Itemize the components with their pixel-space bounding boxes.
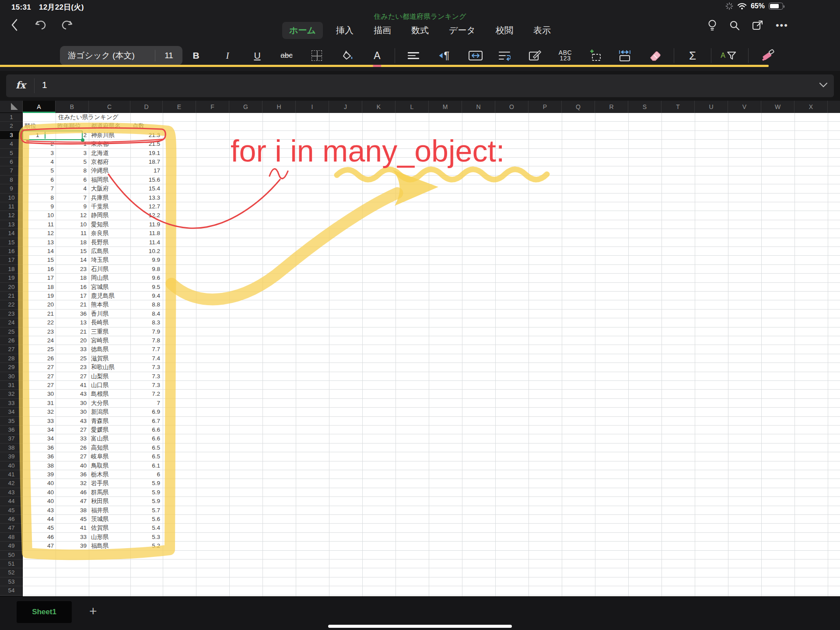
cell-score[interactable]: 6.6 [130,434,160,443]
cell-rank[interactable]: 26 [23,354,54,363]
cell-prev-rank[interactable]: 23 [56,363,87,372]
column-header-D[interactable]: D [130,101,163,113]
cell-prev-rank[interactable]: 5 [56,158,87,166]
cell-prev-rank[interactable]: 30 [56,399,87,408]
cell-rank[interactable]: 27 [23,363,54,372]
cell-score[interactable]: 8.8 [130,300,160,309]
cell-rank[interactable]: 13 [23,238,54,247]
cell-prefecture[interactable]: 東京都 [91,140,109,148]
cell-score[interactable]: 10.2 [130,247,160,256]
cell-header-1[interactable]: 昨年順位 [57,122,81,130]
eraser-button[interactable] [649,46,662,65]
cell-rank[interactable]: 3 [23,149,54,158]
cell-rank[interactable]: 44 [23,515,54,524]
cell-score[interactable]: 15.4 [130,184,160,193]
cell-prev-rank[interactable]: 30 [56,408,87,416]
column-header-Q[interactable]: Q [562,101,595,113]
row-header-13[interactable]: 13 [0,220,23,229]
cell-prev-rank[interactable]: 8 [56,166,87,175]
cell-prefecture[interactable]: 沖縄県 [91,166,109,175]
column-header-X[interactable]: X [794,101,828,113]
column-header-W[interactable]: W [761,101,794,113]
row-header-14[interactable]: 14 [0,229,23,238]
row-header-7[interactable]: 7 [0,166,23,175]
tab-0[interactable]: ホーム [282,22,323,39]
tab-2[interactable]: 描画 [367,22,398,39]
row-header-42[interactable]: 42 [0,479,23,488]
cell-score[interactable]: 6.9 [130,408,160,416]
cell-prev-rank[interactable]: 4 [56,184,87,193]
tab-3[interactable]: 数式 [404,22,436,39]
column-header-S[interactable]: S [628,101,662,113]
cell-prev-rank[interactable]: 40 [56,461,87,470]
cell-prev-rank[interactable]: 27 [56,426,87,434]
cell-rank[interactable]: 36 [23,443,54,452]
row-header-30[interactable]: 30 [0,372,23,381]
cell-rank[interactable]: 16 [23,265,54,274]
row-header-26[interactable]: 26 [0,336,23,345]
column-header-O[interactable]: O [495,101,528,113]
cell-prefecture[interactable]: 神奈川県 [91,131,115,140]
row-header-48[interactable]: 48 [0,533,23,542]
cell-score[interactable]: 15.6 [130,176,160,184]
cell-prefecture[interactable]: 佐賀県 [91,524,109,532]
row-header-1[interactable]: 1 [0,113,23,122]
cell-rank[interactable]: 34 [23,434,54,443]
cell-prev-rank[interactable]: 33 [56,434,87,443]
cell-prev-rank[interactable]: 43 [56,417,87,426]
row-header-35[interactable]: 35 [0,417,23,426]
column-header-V[interactable]: V [728,101,761,113]
cell-score[interactable]: 11.9 [130,220,160,229]
cell-prev-rank[interactable]: 18 [56,274,87,282]
cell-prefecture[interactable]: 広島県 [91,247,109,256]
search-icon[interactable] [729,20,740,31]
cell-prev-rank[interactable]: 21 [56,300,87,309]
row-header-9[interactable]: 9 [0,184,23,193]
row-header-25[interactable]: 25 [0,327,23,336]
cell-score[interactable]: 7 [130,399,160,408]
cell-rank[interactable]: 23 [23,327,54,336]
cell-score[interactable]: 9.5 [130,283,160,292]
cell-prev-rank[interactable]: 6 [56,176,87,184]
cell-prev-rank[interactable]: 12 [56,211,87,220]
cell-score[interactable]: 9.9 [130,256,160,264]
cell-rank[interactable]: 15 [23,256,54,264]
cell-prefecture[interactable]: 愛媛県 [91,426,109,434]
cell-rank[interactable]: 21 [23,310,54,318]
cell-prefecture[interactable]: 山口県 [91,381,109,390]
row-header-10[interactable]: 10 [0,194,23,202]
row-header-45[interactable]: 45 [0,506,23,515]
row-header-21[interactable]: 21 [0,292,23,300]
wrap-text-button[interactable] [498,46,511,65]
cell-prev-rank[interactable]: 13 [56,318,87,327]
row-header-52[interactable]: 52 [0,568,23,577]
cell-score[interactable]: 7.4 [130,354,160,363]
cell-header-3[interactable]: 点数 [133,122,144,130]
cell-prefecture[interactable]: 島根県 [91,390,109,398]
cell-rank[interactable]: 45 [23,524,54,532]
cell-prefecture[interactable]: 茨城県 [91,515,109,524]
cell-score[interactable]: 7.3 [130,363,160,372]
cell-prev-rank[interactable]: 32 [56,479,87,488]
cell-prev-rank[interactable]: 7 [56,194,87,202]
cell-prev-rank[interactable]: 16 [56,283,87,292]
cell-score[interactable]: 5.9 [130,497,160,506]
cell-score[interactable]: 6.5 [130,443,160,452]
cell-prefecture[interactable]: 長崎県 [91,318,109,327]
row-header-47[interactable]: 47 [0,524,23,532]
row-header-31[interactable]: 31 [0,381,23,390]
row-header-5[interactable]: 5 [0,149,23,158]
cell-prefecture[interactable]: 徳島県 [91,345,109,354]
cell-score[interactable]: 5.6 [130,515,160,524]
cell-prev-rank[interactable]: 33 [56,533,87,542]
column-width-button[interactable] [618,46,631,65]
column-header-L[interactable]: L [396,101,429,113]
column-header-E[interactable]: E [163,101,196,113]
cell-prefecture[interactable]: 岩手県 [91,479,109,488]
row-header-49[interactable]: 49 [0,542,23,550]
cell-score[interactable]: 7.7 [130,345,160,354]
cell-prev-rank[interactable]: 11 [56,229,87,238]
row-header-34[interactable]: 34 [0,408,23,416]
cell-score[interactable]: 17 [130,166,160,175]
tab-6[interactable]: 表示 [526,22,558,39]
